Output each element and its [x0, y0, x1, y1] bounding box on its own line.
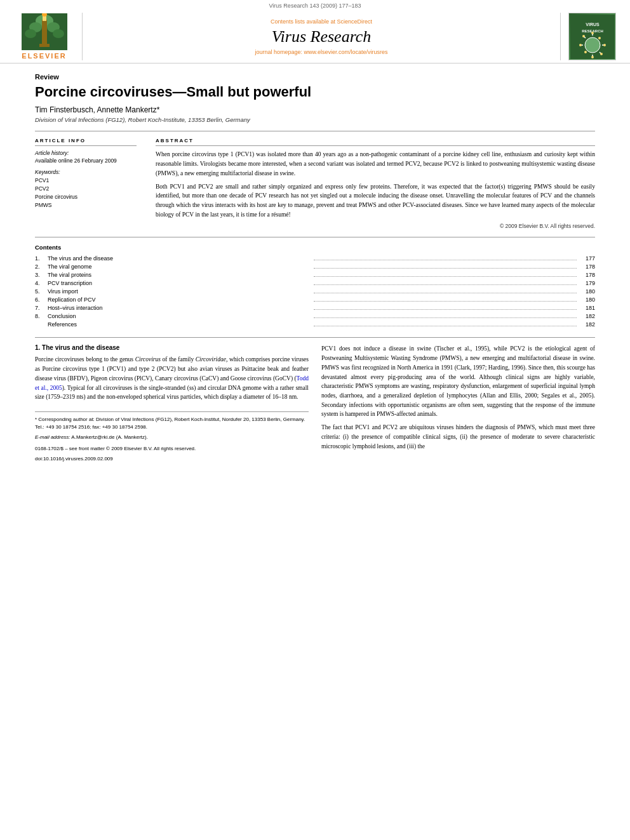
contents-item-3: 3. The viral proteins 178: [35, 271, 595, 278]
keyword-pcv1: PCV1: [35, 177, 137, 185]
svg-point-21: [591, 56, 594, 58]
history-value: Available online 26 February 2009: [35, 157, 137, 164]
footnote-star-text: * Corresponding author at: Division of V…: [35, 416, 309, 431]
svg-rect-7: [39, 44, 50, 47]
virus-research-icon: VIRUS RESEARCH: [570, 15, 615, 59]
contents-item-4: 4. PCV transcription 179: [35, 279, 595, 286]
contents-dots-1: [314, 255, 577, 260]
contents-num-2: 2.: [35, 263, 48, 270]
contents-num-3: 3.: [35, 272, 48, 278]
svg-point-24: [582, 35, 585, 37]
contents-item-2: 2. The viral genome 178: [35, 263, 595, 270]
ref-clark[interactable]: Clark, 1997; Harding, 1996: [457, 364, 523, 371]
contents-dots-2: [314, 263, 577, 269]
keyword-porcine: Porcine circovirus: [35, 193, 137, 201]
contents-item-ref: References 182: [35, 321, 595, 328]
footnote-email-text: E-mail address: A.Mankertz@rki.de (A. Ma…: [35, 434, 309, 441]
article-authors: Tim Finsterbusch, Annette Mankertz*: [35, 105, 595, 114]
contents-page-1: 177: [579, 255, 595, 262]
article-type: Review: [35, 73, 595, 81]
contents-dots-4: [314, 279, 577, 285]
contents-label-1: The virus and the disease: [48, 255, 311, 262]
contents-label-8: Conclusion: [48, 313, 311, 319]
authors-text: Tim Finsterbusch, Annette Mankertz*: [35, 105, 159, 114]
elsevier-tree-icon: [22, 13, 67, 50]
article-info-title: ARTICLE INFO: [35, 138, 137, 146]
doi-text: doi:10.1016/j.virusres.2009.02.009: [35, 455, 309, 463]
ref-todd[interactable]: Todd et al., 2005: [35, 375, 309, 391]
contents-item-8: 8. Conclusion 182: [35, 312, 595, 319]
footnote-section: * Corresponding author at: Division of V…: [35, 411, 309, 463]
section1-text: Porcine circoviruses belong to the genus…: [35, 355, 309, 402]
svg-point-27: [598, 37, 601, 39]
elsevier-logo-section: ELSEVIER: [13, 13, 83, 60]
abstract-para2: Both PCV1 and PCV2 are small and rather …: [156, 182, 595, 220]
contents-num-1: 1.: [35, 255, 48, 262]
virus-research-logo-section: VIRUS RESEARCH: [560, 13, 617, 60]
contents-page-ref: 182: [579, 321, 595, 328]
svg-point-26: [584, 51, 587, 53]
contents-dots-5: [314, 288, 577, 293]
article-affiliation: Division of Viral Infections (FG12), Rob…: [35, 116, 595, 123]
homepage-prefix: journal homepage:: [255, 49, 304, 55]
contents-page-7: 181: [579, 305, 595, 311]
email-link[interactable]: A.Mankertz@rki.de: [71, 434, 114, 440]
homepage-link[interactable]: www.elsevier.com/locate/virusres: [304, 49, 388, 55]
contents-label-2: The viral genome: [48, 263, 311, 270]
right-col-para2: The fact that PCV1 and PCV2 are ubiquito…: [321, 423, 595, 451]
contents-num-6: 6.: [35, 297, 48, 303]
keywords-label: Keywords:: [35, 169, 137, 175]
contents-dots-3: [314, 271, 577, 277]
contents-item-7: 7. Host–virus interaction 181: [35, 304, 595, 311]
contents-page-8: 182: [579, 313, 595, 319]
contents-page-2: 178: [579, 263, 595, 270]
abstract-text: When porcine circovirus type 1 (PCV1) wa…: [156, 150, 595, 219]
article-content: Review Porcine circoviruses—Small but po…: [0, 63, 630, 475]
contents-dots-ref: [314, 321, 577, 326]
contents-dots-7: [314, 304, 577, 310]
article-info-abstract: ARTICLE INFO Article history: Available …: [35, 131, 595, 229]
contents-label-ref: References: [48, 321, 311, 328]
divider2: [35, 337, 595, 338]
contents-num-5: 5.: [35, 288, 48, 295]
ref-tischer[interactable]: Tischer et al., 1995: [436, 345, 487, 352]
ref-allan[interactable]: Allan and Ellis, 2000; Segales et al., 2…: [482, 392, 591, 399]
keyword-pmws: PMWS: [35, 201, 137, 210]
abstract-title: ABSTRACT: [156, 138, 595, 146]
contents-page-4: 179: [579, 280, 595, 286]
contents-page-3: 178: [579, 272, 595, 278]
contents-label-4: PCV transcription: [48, 280, 311, 286]
svg-point-5: [53, 29, 64, 38]
text-column-right: PCV1 does not induce a disease in swine …: [321, 344, 595, 465]
elsevier-label: ELSEVIER: [22, 52, 66, 60]
header-center: Contents lists available at ScienceDirec…: [83, 13, 560, 60]
sciencedirect-prefix: Contents lists available at: [271, 18, 337, 25]
contents-dots-6: [314, 296, 577, 302]
section1-heading: 1. The virus and the disease: [35, 344, 309, 351]
contents-num-4: 4.: [35, 280, 48, 286]
keyword-pcv2: PCV2: [35, 185, 137, 193]
article-info: ARTICLE INFO Article history: Available …: [35, 138, 137, 229]
contents-title: Contents: [35, 244, 595, 251]
page: Virus Research 143 (2009) 177–183: [0, 0, 630, 840]
abstract-para1: When porcine circovirus type 1 (PCV1) wa…: [156, 150, 595, 178]
virus-research-badge: VIRUS RESEARCH: [568, 13, 616, 60]
svg-point-20: [591, 32, 594, 34]
contents-num-8: 8.: [35, 313, 48, 319]
journal-title: Virus Research: [272, 27, 372, 46]
svg-point-13: [585, 37, 600, 53]
contents-dots-8: [314, 312, 577, 318]
right-col-para1: PCV1 does not induce a disease in swine …: [321, 344, 595, 419]
svg-point-25: [600, 53, 603, 55]
citation-line: Virus Research 143 (2009) 177–183: [0, 0, 630, 9]
journal-header: ELSEVIER Contents lists available at Sci…: [0, 9, 630, 63]
contents-item-6: 6. Replication of PCV 180: [35, 296, 595, 303]
contents-label-6: Replication of PCV: [48, 297, 311, 303]
svg-text:VIRUS: VIRUS: [586, 22, 600, 27]
abstract-section: ABSTRACT When porcine circovirus type 1 …: [156, 138, 595, 229]
citation-text: Virus Research 143 (2009) 177–183: [269, 3, 361, 9]
contents-item-5: 5. Virus import 180: [35, 288, 595, 295]
article-title: Porcine circoviruses—Small but powerful: [35, 84, 595, 100]
sciencedirect-link-text[interactable]: ScienceDirect: [337, 18, 373, 25]
contents-page-5: 180: [579, 288, 595, 295]
